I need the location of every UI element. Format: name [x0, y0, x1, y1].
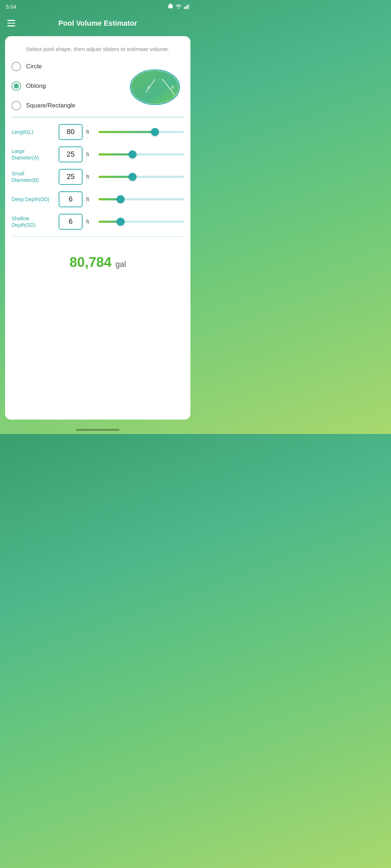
slider-value-deep-depth[interactable]: 6 [59, 191, 83, 207]
result-section: 80,784 gal [12, 243, 184, 275]
shape-label-square: Square/Rectangle [26, 102, 75, 109]
slider-row-deep-depth: Deep Depth(DD) 6 ft [12, 191, 184, 207]
home-indicator [76, 429, 119, 431]
slider-row-large-diam: LargeDiameter(A) 25 ft [12, 146, 184, 162]
slider-track-length[interactable] [98, 127, 184, 137]
result-unit: gal [115, 260, 126, 269]
header: Pool Volume Estimator [0, 13, 196, 33]
app-title: Pool Volume Estimator [17, 19, 178, 27]
svg-rect-4 [187, 5, 188, 9]
shapes-list: Circle Oblong Square/Rectangle [12, 62, 126, 110]
slider-label-length: Length(L) [12, 129, 55, 135]
svg-rect-5 [189, 4, 190, 9]
svg-rect-3 [186, 6, 187, 9]
signal-icon [184, 4, 190, 9]
divider-2 [12, 236, 184, 237]
svg-text:L: L [152, 64, 154, 68]
slider-label-deep-depth: Deep Depth(DD) [12, 196, 55, 203]
radio-square[interactable] [12, 101, 21, 110]
wifi-icon [175, 4, 182, 9]
pool-diagram: L A B [126, 63, 184, 110]
shape-option-circle[interactable]: Circle [12, 62, 126, 71]
slider-value-shallow-depth[interactable]: 6 [59, 214, 83, 230]
unit-label-deep-depth: ft [86, 196, 95, 202]
unit-label-small-diam: ft [86, 174, 95, 180]
divider-1 [12, 117, 184, 118]
slider-value-length[interactable]: 80 [59, 124, 83, 140]
instruction-text: Select pool shape, then adjust sliders t… [12, 45, 184, 53]
slider-track-deep-depth[interactable] [98, 194, 184, 204]
slider-track-shallow-depth[interactable] [98, 217, 184, 227]
slider-label-large-diam: LargeDiameter(A) [12, 148, 55, 161]
slider-value-small-diam[interactable]: 25 [59, 169, 83, 185]
slider-label-shallow-depth: ShallowDepth(SD) [12, 215, 55, 228]
pool-shape-svg: L A B [128, 63, 182, 110]
charge-icon [168, 4, 173, 9]
unit-label-length: ft [86, 129, 95, 135]
shape-section: Circle Oblong Square/Rectangle [12, 62, 184, 110]
svg-rect-0 [168, 5, 173, 8]
radio-circle[interactable] [12, 62, 21, 71]
status-icons [168, 4, 190, 9]
slider-label-small-diam: SmallDiameter(B) [12, 170, 55, 183]
slider-row-small-diam: SmallDiameter(B) 25 ft [12, 169, 184, 185]
status-time: 5:04 [6, 4, 16, 10]
svg-rect-2 [184, 7, 185, 9]
shape-option-square[interactable]: Square/Rectangle [12, 101, 126, 110]
slider-row-length: Length(L) 80 ft [12, 124, 184, 140]
status-bar: 5:04 [0, 0, 196, 13]
slider-row-shallow-depth: ShallowDepth(SD) 6 ft [12, 214, 184, 230]
result-value: 80,784 [70, 255, 112, 270]
unit-label-large-diam: ft [86, 151, 95, 157]
slider-value-large-diam[interactable]: 25 [59, 146, 83, 162]
main-card: Select pool shape, then adjust sliders t… [5, 36, 190, 420]
svg-text:B: B [171, 85, 174, 89]
bottom-bar [0, 427, 196, 434]
svg-text:A: A [147, 85, 150, 89]
slider-track-large-diam[interactable] [98, 149, 184, 159]
radio-inner-oblong [14, 84, 19, 89]
shape-label-oblong: Oblong [26, 82, 46, 90]
slider-track-small-diam[interactable] [98, 172, 184, 182]
shape-label-circle: Circle [26, 63, 42, 70]
radio-oblong[interactable] [12, 81, 21, 91]
menu-button[interactable] [6, 17, 17, 29]
unit-label-shallow-depth: ft [86, 218, 95, 225]
sliders-section: Length(L) 80 ft LargeDiameter(A) 25 ft [12, 124, 184, 230]
shape-option-oblong[interactable]: Oblong [12, 81, 126, 91]
svg-rect-1 [169, 4, 172, 5]
